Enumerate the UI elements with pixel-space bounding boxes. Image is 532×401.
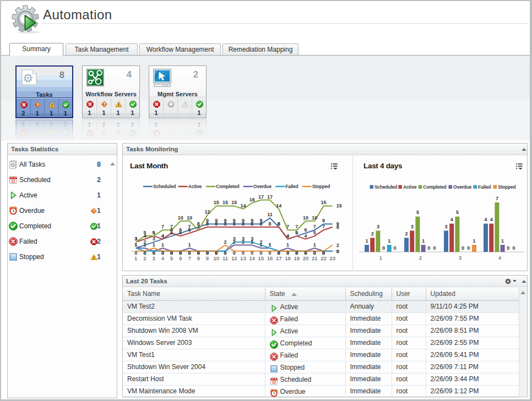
svg-text:0: 0 xyxy=(382,245,385,251)
svg-text:Active: Active xyxy=(188,184,202,189)
svg-text:0: 0 xyxy=(161,250,164,256)
svg-text:21: 21 xyxy=(312,255,318,261)
svg-text:3: 3 xyxy=(134,236,137,241)
svg-text:0: 0 xyxy=(462,245,464,251)
svg-text:10: 10 xyxy=(213,255,219,261)
svg-text:15: 15 xyxy=(231,200,237,205)
svg-text:2: 2 xyxy=(336,243,339,248)
svg-text:0: 0 xyxy=(336,249,339,254)
svg-text:0: 0 xyxy=(304,250,307,256)
svg-text:17: 17 xyxy=(267,194,273,200)
svg-text:3: 3 xyxy=(377,224,379,229)
svg-text:3: 3 xyxy=(459,255,462,261)
svg-text:0: 0 xyxy=(512,245,515,251)
svg-text:9: 9 xyxy=(206,255,209,261)
svg-text:1: 1 xyxy=(153,242,155,248)
svg-text:4: 4 xyxy=(484,217,487,222)
svg-text:14: 14 xyxy=(249,255,255,261)
svg-text:Overdue: Overdue xyxy=(453,184,472,190)
svg-text:7: 7 xyxy=(295,224,298,229)
svg-text:16: 16 xyxy=(267,255,273,261)
svg-text:8: 8 xyxy=(242,221,245,227)
svg-text:3: 3 xyxy=(233,236,236,241)
svg-text:5: 5 xyxy=(170,255,173,261)
svg-text:0: 0 xyxy=(269,250,272,256)
svg-text:0: 0 xyxy=(134,250,137,256)
svg-text:0: 0 xyxy=(313,250,316,256)
svg-text:0: 0 xyxy=(433,245,436,251)
svg-text:7: 7 xyxy=(313,224,316,229)
svg-text:20: 20 xyxy=(303,255,309,261)
svg-text:Scheduled: Scheduled xyxy=(374,184,397,190)
svg-text:Completed: Completed xyxy=(216,184,239,189)
svg-text:Failed: Failed xyxy=(478,184,491,190)
svg-text:0: 0 xyxy=(153,250,155,256)
svg-text:17: 17 xyxy=(258,194,264,200)
svg-text:7: 7 xyxy=(170,224,173,229)
svg-text:8: 8 xyxy=(278,221,280,227)
svg-text:13: 13 xyxy=(240,255,246,261)
svg-text:7: 7 xyxy=(322,224,325,229)
svg-text:0: 0 xyxy=(427,245,430,251)
svg-text:0: 0 xyxy=(322,250,325,256)
svg-text:22: 22 xyxy=(321,255,327,261)
svg-text:5: 5 xyxy=(179,230,182,235)
svg-text:8: 8 xyxy=(206,221,209,227)
svg-text:14: 14 xyxy=(240,203,246,208)
svg-text:2: 2 xyxy=(405,231,408,237)
svg-text:1: 1 xyxy=(473,238,475,244)
svg-text:0: 0 xyxy=(286,250,289,256)
svg-text:5: 5 xyxy=(143,230,146,235)
svg-text:8: 8 xyxy=(224,221,226,227)
svg-text:6: 6 xyxy=(304,227,307,233)
svg-text:1: 1 xyxy=(286,242,289,248)
svg-text:8: 8 xyxy=(336,224,339,230)
svg-text:1: 1 xyxy=(143,242,146,248)
svg-text:15: 15 xyxy=(336,203,342,208)
svg-text:10: 10 xyxy=(187,215,192,221)
svg-text:10: 10 xyxy=(178,215,183,221)
svg-text:7: 7 xyxy=(286,224,289,229)
svg-text:Stopped: Stopped xyxy=(312,184,330,189)
svg-text:0: 0 xyxy=(242,250,245,256)
svg-text:Stopped: Stopped xyxy=(498,184,516,190)
svg-text:0: 0 xyxy=(215,250,218,256)
svg-text:4: 4 xyxy=(161,233,164,239)
svg-text:Completed: Completed xyxy=(423,184,446,190)
svg-text:0: 0 xyxy=(170,250,173,256)
svg-text:8: 8 xyxy=(215,221,218,227)
svg-text:2: 2 xyxy=(143,255,146,261)
svg-text:1: 1 xyxy=(134,255,137,261)
svg-text:10: 10 xyxy=(303,215,308,221)
svg-text:8: 8 xyxy=(251,221,253,227)
svg-text:2: 2 xyxy=(224,239,226,245)
svg-text:4: 4 xyxy=(490,217,493,222)
svg-text:3: 3 xyxy=(242,236,245,241)
svg-text:12: 12 xyxy=(272,380,276,384)
svg-text:1: 1 xyxy=(388,238,390,244)
svg-text:5: 5 xyxy=(153,230,155,235)
svg-text:4: 4 xyxy=(304,233,307,239)
svg-text:1: 1 xyxy=(501,238,504,244)
svg-text:5: 5 xyxy=(295,230,298,235)
svg-text:15: 15 xyxy=(258,255,264,261)
svg-text:19: 19 xyxy=(294,255,300,261)
svg-text:15: 15 xyxy=(214,200,219,205)
svg-text:6: 6 xyxy=(188,227,191,233)
svg-text:7: 7 xyxy=(161,224,164,229)
svg-text:0: 0 xyxy=(295,250,298,256)
svg-text:1: 1 xyxy=(422,238,425,244)
svg-text:0: 0 xyxy=(197,250,200,256)
svg-text:0: 0 xyxy=(278,250,280,256)
svg-text:3: 3 xyxy=(153,255,155,261)
svg-text:8: 8 xyxy=(259,221,262,227)
svg-text:2: 2 xyxy=(259,239,262,245)
svg-text:1: 1 xyxy=(313,242,316,248)
svg-text:11: 11 xyxy=(222,255,228,261)
svg-text:23: 23 xyxy=(329,255,335,261)
svg-text:4: 4 xyxy=(450,217,453,222)
svg-text:11: 11 xyxy=(267,212,273,217)
svg-text:9: 9 xyxy=(322,218,325,223)
svg-text:10: 10 xyxy=(312,215,317,221)
svg-text:5: 5 xyxy=(313,230,316,235)
